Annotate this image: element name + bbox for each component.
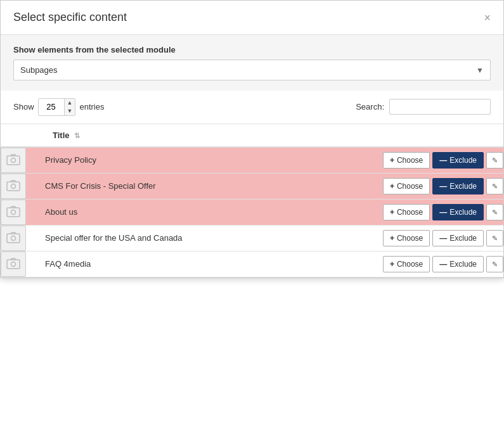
edit-button[interactable]: ✎ [486, 178, 503, 194]
svg-rect-6 [7, 234, 20, 243]
exclude-label: Exclude [449, 234, 477, 243]
exclude-button[interactable]: — Exclude [432, 204, 484, 220]
svg-point-1 [11, 158, 16, 162]
col-header-title: Title ⇅ [45, 124, 364, 147]
table-body: Privacy Policy + Choose — Exclude ✎ C [1, 147, 503, 277]
exclude-label: Exclude [449, 156, 477, 165]
choose-button[interactable]: + Choose [383, 178, 430, 194]
choose-label: Choose [397, 234, 423, 243]
row-photo-icon [1, 200, 26, 225]
close-button[interactable]: × [484, 12, 491, 23]
row-title: FAQ 4media [45, 251, 364, 277]
col-header-actions [364, 124, 503, 147]
svg-rect-8 [7, 260, 20, 269]
minus-icon: — [439, 182, 447, 191]
choose-button[interactable]: + Choose [383, 204, 430, 220]
spinner-up-button[interactable]: ▲ [65, 99, 75, 107]
edit-button[interactable]: ✎ [486, 204, 503, 220]
choose-button[interactable]: + Choose [383, 230, 430, 246]
edit-button[interactable]: ✎ [486, 152, 503, 169]
plus-icon: + [390, 260, 394, 269]
row-photo-icon [1, 252, 26, 277]
svg-rect-0 [7, 156, 20, 165]
plus-icon: + [390, 182, 394, 191]
exclude-button[interactable]: — Exclude [432, 178, 484, 194]
choose-label: Choose [397, 182, 423, 191]
svg-rect-4 [7, 208, 20, 217]
edit-icon: ✎ [492, 156, 498, 164]
search-label: Search: [356, 102, 384, 112]
action-buttons: + Choose — Exclude ✎ [383, 178, 503, 194]
action-buttons: + Choose — Exclude ✎ [383, 256, 503, 272]
col-header-icon [1, 124, 45, 147]
svg-rect-2 [7, 182, 20, 191]
exclude-label: Exclude [449, 208, 477, 217]
svg-point-3 [11, 184, 16, 188]
choose-label: Choose [397, 208, 423, 217]
row-photo-icon [1, 148, 26, 173]
minus-icon: — [439, 234, 447, 243]
entries-spinner: ▲ ▼ [38, 98, 76, 116]
module-select[interactable]: Subpages [14, 60, 490, 80]
table-row: Special offer for the USA and Canada + C… [1, 225, 503, 251]
row-title: About us [45, 199, 364, 225]
show-label: Show [13, 102, 34, 112]
choose-label: Choose [397, 260, 423, 269]
row-photo-icon [1, 174, 26, 199]
exclude-button[interactable]: — Exclude [432, 152, 484, 169]
search-area: Search: [356, 99, 491, 115]
search-input[interactable] [389, 99, 491, 115]
row-title: CMS For Crisis - Special Offer [45, 173, 364, 199]
plus-icon: + [390, 234, 394, 243]
table-row: FAQ 4media + Choose — Exclude ✎ [1, 251, 503, 277]
action-buttons: + Choose — Exclude ✎ [383, 152, 503, 169]
table-row: CMS For Crisis - Special Offer + Choose … [1, 173, 503, 199]
entries-input[interactable] [39, 99, 64, 114]
table-header-row: Title ⇅ [1, 124, 503, 147]
edit-icon: ✎ [492, 260, 498, 268]
edit-icon: ✎ [492, 182, 498, 190]
minus-icon: — [439, 208, 447, 217]
choose-label: Choose [397, 156, 423, 165]
row-title: Special offer for the USA and Canada [45, 225, 364, 251]
edit-button[interactable]: ✎ [486, 230, 503, 246]
row-title: Privacy Policy [45, 147, 364, 174]
exclude-button[interactable]: — Exclude [432, 230, 484, 246]
svg-point-9 [11, 262, 16, 266]
svg-point-5 [11, 210, 16, 214]
module-select-wrapper: Subpages ▼ [13, 60, 491, 80]
exclude-label: Exclude [449, 260, 477, 269]
spinner-down-button[interactable]: ▼ [65, 107, 75, 115]
action-buttons: + Choose — Exclude ✎ [383, 204, 503, 220]
plus-icon: + [390, 208, 394, 217]
choose-button[interactable]: + Choose [383, 152, 430, 169]
table-row: Privacy Policy + Choose — Exclude ✎ [1, 147, 503, 174]
edit-icon: ✎ [492, 208, 498, 216]
show-entries-control: Show ▲ ▼ entries [13, 98, 104, 116]
entries-label: entries [79, 102, 104, 112]
exclude-label: Exclude [449, 182, 477, 191]
sort-icon[interactable]: ⇅ [74, 132, 80, 140]
filter-section: Show elements from the selected module S… [1, 35, 503, 91]
exclude-button[interactable]: — Exclude [432, 256, 484, 272]
edit-icon: ✎ [492, 234, 498, 242]
row-photo-icon [1, 226, 26, 251]
table-controls: Show ▲ ▼ entries Search: [1, 91, 503, 124]
minus-icon: — [439, 156, 447, 165]
modal-header: Select specific content × [1, 1, 503, 35]
edit-button[interactable]: ✎ [486, 256, 503, 272]
action-buttons: + Choose — Exclude ✎ [383, 230, 503, 246]
svg-point-7 [11, 236, 16, 240]
modal-title: Select specific content [13, 11, 127, 24]
plus-icon: + [390, 156, 394, 165]
filter-label: Show elements from the selected module [13, 45, 491, 54]
choose-button[interactable]: + Choose [383, 256, 430, 272]
spinner-buttons: ▲ ▼ [64, 99, 75, 115]
modal-container: Select specific content × Show elements … [0, 0, 504, 278]
table-row: About us + Choose — Exclude ✎ [1, 199, 503, 225]
content-table: Title ⇅ Privacy Policy + Choose — [1, 124, 503, 277]
minus-icon: — [439, 260, 447, 269]
